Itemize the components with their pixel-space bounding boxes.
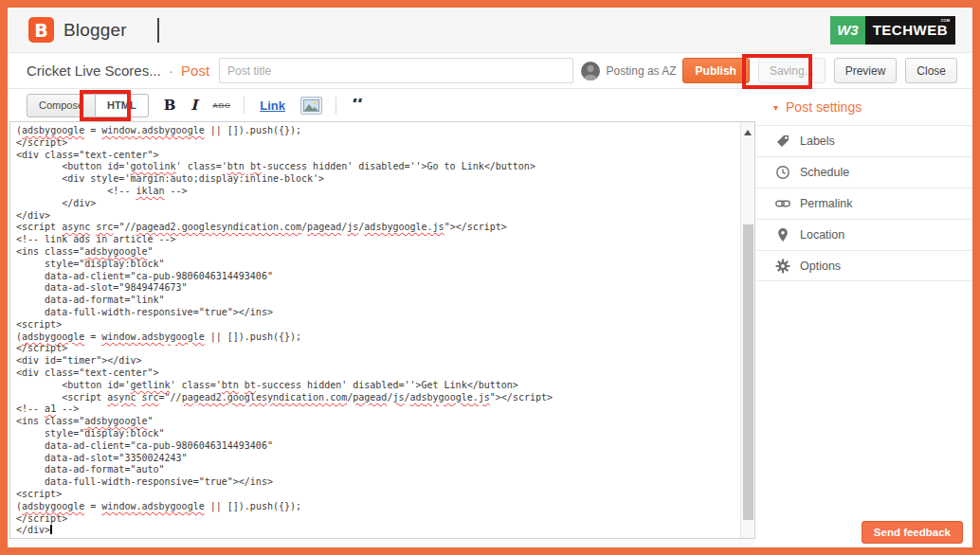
sidebar-item-label: Schedule: [800, 166, 849, 179]
compose-tab[interactable]: Compose: [27, 94, 96, 117]
sidebar-item-options[interactable]: Options: [756, 250, 972, 281]
code-line: <!-- a1 -->: [16, 403, 749, 416]
code-line: <!-- iklan -->: [16, 186, 749, 198]
avatar: [581, 62, 600, 81]
code-line: <div id="timer"></div>: [16, 355, 749, 367]
editor-toolbar: Compose HTML B I ABC Link “: [8, 89, 756, 121]
code-line: <button id='gotolink' class='btn bt-succ…: [16, 161, 749, 173]
code-line: </script>: [16, 343, 749, 355]
code-line: data-full-width-responsive="true"></ins>: [16, 476, 749, 489]
sidebar-item-label: Labels: [800, 134, 835, 148]
code-line: style="display:block": [16, 428, 749, 440]
code-line: <button id='getlink' class='btn bt-succe…: [16, 380, 749, 392]
app-header: B Blogger W3 TECHWEB COM: [8, 8, 972, 53]
header-divider: [157, 18, 159, 43]
clock-icon: [775, 165, 790, 180]
code-line: style="display:block": [16, 259, 749, 271]
techweb-logo-w3: W3: [830, 16, 865, 45]
gear-icon: [775, 259, 790, 274]
editor-horizontal-scrollbar[interactable]: [9, 539, 755, 546]
editor-pane: Compose HTML B I ABC Link “ (ads: [8, 89, 756, 547]
blogger-post-editor-window: B Blogger W3 TECHWEB COM Cricket Live Sc…: [0, 0, 980, 555]
code-line: <!-- link ads in article -->: [16, 234, 749, 246]
insert-link-button[interactable]: Link: [260, 98, 285, 113]
html-code-editor[interactable]: (adsbygoogle = window.adsbygoogle || [])…: [9, 121, 755, 539]
code-line: data-full-width-responsive="true"></ins>: [16, 307, 749, 319]
posting-as: Posting as AZ: [581, 62, 677, 81]
send-feedback-button[interactable]: Send feedback: [862, 521, 963, 544]
code-line: (adsbygoogle = window.adsbygoogle || [])…: [16, 501, 749, 513]
sidebar-item-label: Options: [800, 260, 841, 273]
code-line: </div>: [16, 198, 749, 210]
chevron-down-icon: ▾: [773, 102, 778, 113]
code-line: data-ad-format="auto": [16, 464, 749, 476]
post-settings-title: Post settings: [786, 99, 862, 115]
toolbar-divider: [244, 97, 245, 114]
code-content: (adsbygoogle = window.adsbygoogle || [])…: [10, 122, 754, 539]
posting-as-label: Posting as AZ: [607, 64, 677, 78]
toolbar-divider: [336, 97, 336, 114]
code-line: </script>: [16, 137, 749, 150]
techweb-logo-text: TECHWEB COM: [865, 16, 955, 45]
sidebar-item-location[interactable]: Location: [756, 219, 972, 250]
sidebar-item-label: Location: [800, 228, 844, 242]
html-tab[interactable]: HTML: [96, 94, 149, 117]
blockquote-icon[interactable]: “: [352, 98, 365, 112]
editor-vertical-scrollbar[interactable]: [740, 122, 754, 538]
code-line: </div>: [16, 525, 749, 537]
code-line: <div class="text-center">: [16, 150, 749, 162]
app-title: Blogger: [64, 20, 127, 41]
sidebar-item-label: Permalink: [800, 197, 853, 210]
breadcrumb-separator: ·: [169, 63, 173, 79]
blogger-logo-icon[interactable]: B: [28, 17, 54, 43]
bold-icon[interactable]: B: [164, 97, 176, 114]
permalink-icon: [775, 196, 790, 211]
code-line: </div>: [16, 210, 749, 223]
main-area: Compose HTML B I ABC Link “ (ads: [8, 89, 972, 547]
sidebar-item-permalink[interactable]: Permalink: [756, 188, 972, 219]
code-line: <ins class="adsbygoogle": [16, 416, 749, 428]
saving-button: Saving...: [758, 58, 826, 83]
code-line: <script>: [16, 489, 749, 501]
sidebar-item-schedule[interactable]: Schedule: [756, 156, 972, 188]
code-line: data-ad-slot="3350024243": [16, 453, 749, 465]
post-actions: Publish Saving... Preview Close: [682, 58, 957, 83]
scrollbar-thumb[interactable]: [743, 224, 753, 520]
post-settings-sidebar: ▾ Post settings LabelsSchedulePermalinkL…: [756, 89, 972, 547]
code-line: (adsbygoogle = window.adsbygoogle || [])…: [16, 125, 749, 137]
scroll-up-arrow-icon[interactable]: [744, 130, 752, 135]
strikethrough-icon[interactable]: ABC: [212, 101, 230, 110]
insert-image-icon[interactable]: [300, 97, 322, 115]
code-line: data-ad-client="ca-pub-9806046314493406": [16, 271, 749, 283]
sidebar-item-labels[interactable]: Labels: [756, 125, 972, 156]
tag-icon: [775, 134, 790, 149]
code-line: <script>: [16, 319, 749, 331]
code-line: <div class="text-center">: [16, 367, 749, 380]
image-icon: [303, 99, 319, 112]
code-line: <script async src="//pagead2.googlesyndi…: [16, 392, 749, 404]
preview-button[interactable]: Preview: [834, 58, 898, 83]
italic-icon[interactable]: I: [191, 97, 197, 114]
breadcrumb: Cricket Live Scores... · Post: [27, 63, 209, 79]
close-button[interactable]: Close: [905, 58, 957, 83]
post-settings-header[interactable]: ▾ Post settings: [756, 89, 972, 125]
text-cursor: [50, 525, 52, 534]
code-line: data-ad-format="link": [16, 295, 749, 307]
code-line: </script>: [16, 513, 749, 526]
code-line: <div style='margin:auto;display:inline-b…: [16, 173, 749, 186]
location-icon: [775, 227, 790, 242]
code-line: data-ad-slot="9849474673": [16, 282, 749, 295]
publish-button[interactable]: Publish: [682, 58, 750, 83]
post-titlebar: Cricket Live Scores... · Post Posting as…: [8, 53, 972, 89]
code-line: data-ad-client="ca-pub-9806046314493406": [16, 440, 749, 453]
blog-name: Cricket Live Scores...: [27, 63, 161, 79]
techweb-logo-label: TECHWEB: [873, 22, 948, 38]
code-line: <ins class="adsbygoogle": [16, 246, 749, 259]
post-title-input[interactable]: [219, 58, 572, 83]
techweb-logo-com: COM: [941, 18, 950, 23]
techweb-logo: W3 TECHWEB COM: [830, 16, 955, 45]
code-line: (adsbygoogle = window.adsbygoogle || [])…: [16, 331, 749, 344]
page-type-label: Post: [181, 63, 209, 79]
code-line: <script async src="//pagead2.googlesyndi…: [16, 222, 749, 234]
